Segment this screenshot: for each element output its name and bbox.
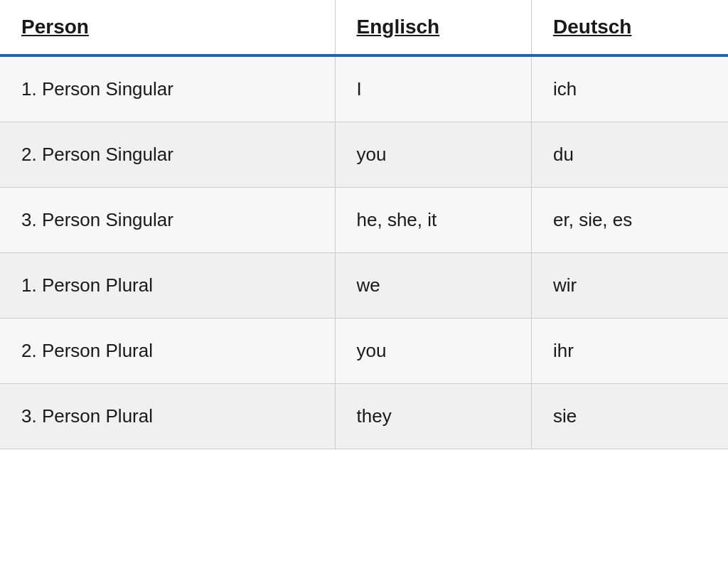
table-row: 2. Person Pluralyouihr xyxy=(0,319,728,384)
table-row: 3. Person Pluraltheysie xyxy=(0,384,728,449)
cell-deutsch: du xyxy=(532,122,729,188)
table-row: 3. Person Singularhe, she, iter, sie, es xyxy=(0,188,728,253)
cell-person: 2. Person Singular xyxy=(0,122,335,188)
cell-english: he, she, it xyxy=(335,188,531,253)
cell-deutsch: ich xyxy=(532,55,729,122)
table-container: Person Englisch Deutsch 1. Person Singul… xyxy=(0,0,728,588)
table-row: 2. Person Singularyoudu xyxy=(0,122,728,188)
cell-deutsch: ihr xyxy=(532,319,729,384)
cell-person: 3. Person Plural xyxy=(0,384,335,449)
header-person: Person xyxy=(0,0,335,55)
cell-english: you xyxy=(335,319,531,384)
table-row: 1. Person Pluralwewir xyxy=(0,253,728,319)
cell-english: I xyxy=(335,55,531,122)
table-row: 1. Person SingularIich xyxy=(0,55,728,122)
header-deutsch: Deutsch xyxy=(532,0,729,55)
cell-person: 1. Person Singular xyxy=(0,55,335,122)
pronouns-table: Person Englisch Deutsch 1. Person Singul… xyxy=(0,0,728,449)
header-english: Englisch xyxy=(335,0,531,55)
table-header-row: Person Englisch Deutsch xyxy=(0,0,728,55)
cell-person: 2. Person Plural xyxy=(0,319,335,384)
cell-deutsch: er, sie, es xyxy=(532,188,729,253)
cell-deutsch: wir xyxy=(532,253,729,319)
cell-english: you xyxy=(335,122,531,188)
cell-deutsch: sie xyxy=(532,384,729,449)
cell-english: they xyxy=(335,384,531,449)
cell-person: 3. Person Singular xyxy=(0,188,335,253)
cell-english: we xyxy=(335,253,531,319)
cell-person: 1. Person Plural xyxy=(0,253,335,319)
